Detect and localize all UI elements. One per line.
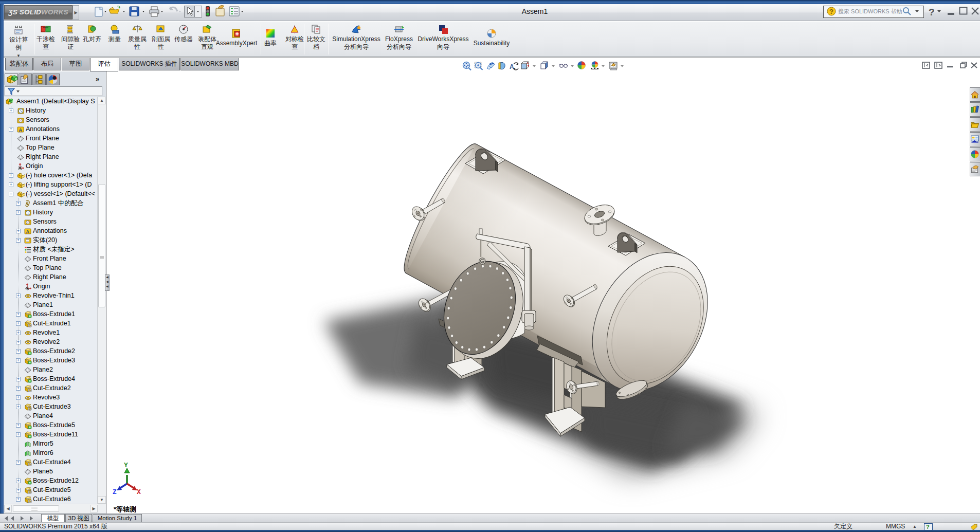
svg-text:A: A [510, 63, 514, 70]
svg-text:*等轴测: *等轴测 [114, 505, 136, 513]
svg-text:?: ? [926, 524, 930, 530]
svg-text:Z: Z [113, 488, 117, 496]
svg-text:X: X [137, 488, 141, 496]
svg-text:Y: Y [124, 462, 128, 469]
